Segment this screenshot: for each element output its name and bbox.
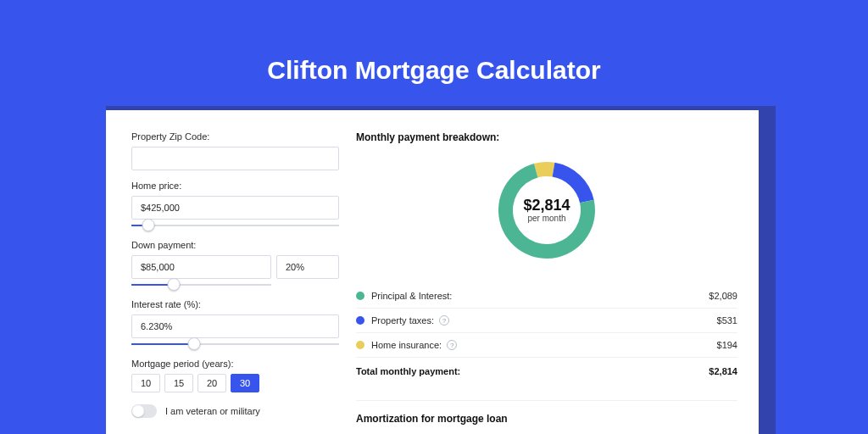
rate-label: Interest rate (%):	[131, 299, 339, 309]
pi-dot-icon	[356, 292, 364, 300]
price-slider-thumb[interactable]	[142, 219, 154, 231]
down-slider-thumb[interactable]	[167, 278, 180, 291]
rate-group: Interest rate (%):	[131, 299, 339, 348]
period-group: Mortgage period (years): 10152030	[131, 359, 339, 392]
breakdown-row-tax: Property taxes:?$531	[356, 309, 737, 333]
period-option-10[interactable]: 10	[131, 374, 160, 392]
tax-value: $531	[717, 315, 737, 326]
tax-label: Property taxes:?	[371, 315, 717, 326]
breakdown-row-ins: Home insurance:?$194	[356, 333, 737, 358]
calculator-card: Property Zip Code: Home price: Down paym…	[106, 110, 759, 434]
pi-label: Principal & Interest:	[371, 291, 709, 301]
veteran-toggle[interactable]	[131, 404, 157, 418]
donut-amount: $2,814	[523, 197, 570, 214]
tax-help-icon[interactable]: ?	[439, 315, 449, 326]
zip-input[interactable]	[131, 147, 339, 170]
amortization-block: Amortization for mortgage loan Amortizat…	[356, 400, 737, 434]
price-slider[interactable]	[131, 221, 339, 230]
period-label: Mortgage period (years):	[131, 359, 339, 369]
donut-area: $2,814 per month	[356, 152, 737, 284]
breakdown-column: Monthly payment breakdown: $2,814 per mo…	[339, 131, 737, 434]
down-slider[interactable]	[131, 281, 271, 289]
donut-sub: per month	[527, 214, 565, 223]
price-label: Home price:	[131, 181, 339, 191]
price-input[interactable]	[131, 196, 339, 220]
page-title: Clifton Mortgage Calculator	[0, 0, 868, 115]
ins-help-icon[interactable]: ?	[447, 340, 457, 350]
ins-value: $194	[717, 340, 737, 350]
rate-slider-thumb[interactable]	[187, 337, 200, 350]
veteran-row: I am veteran or military	[131, 404, 339, 418]
total-value: $2,814	[709, 366, 737, 376]
tax-dot-icon	[356, 316, 364, 325]
total-label: Total monthly payment:	[356, 366, 709, 376]
amortization-title: Amortization for mortgage loan	[356, 413, 737, 425]
period-row: 10152030	[131, 374, 339, 392]
form-column: Property Zip Code: Home price: Down paym…	[131, 131, 339, 434]
breakdown-table: Principal & Interest:$2,089Property taxe…	[356, 284, 737, 383]
down-group: Down payment:	[131, 240, 339, 289]
breakdown-total-row: Total monthly payment:$2,814	[356, 358, 737, 383]
breakdown-title: Monthly payment breakdown:	[356, 131, 737, 143]
ins-dot-icon	[356, 341, 364, 349]
down-amount-input[interactable]	[131, 255, 271, 279]
down-pct-input[interactable]	[276, 255, 339, 279]
veteran-label: I am veteran or military	[165, 406, 260, 416]
price-group: Home price:	[131, 181, 339, 230]
period-option-20[interactable]: 20	[198, 374, 226, 392]
pi-value: $2,089	[709, 291, 737, 301]
donut-chart: $2,814 per month	[492, 155, 602, 265]
period-option-30[interactable]: 30	[231, 374, 259, 392]
breakdown-row-pi: Principal & Interest:$2,089	[356, 284, 737, 309]
rate-input[interactable]	[131, 314, 339, 338]
ins-label: Home insurance:?	[371, 340, 717, 350]
down-label: Down payment:	[131, 240, 339, 250]
zip-group: Property Zip Code:	[131, 131, 339, 170]
zip-label: Property Zip Code:	[131, 131, 339, 142]
rate-slider[interactable]	[131, 340, 339, 348]
period-option-15[interactable]: 15	[164, 374, 193, 392]
